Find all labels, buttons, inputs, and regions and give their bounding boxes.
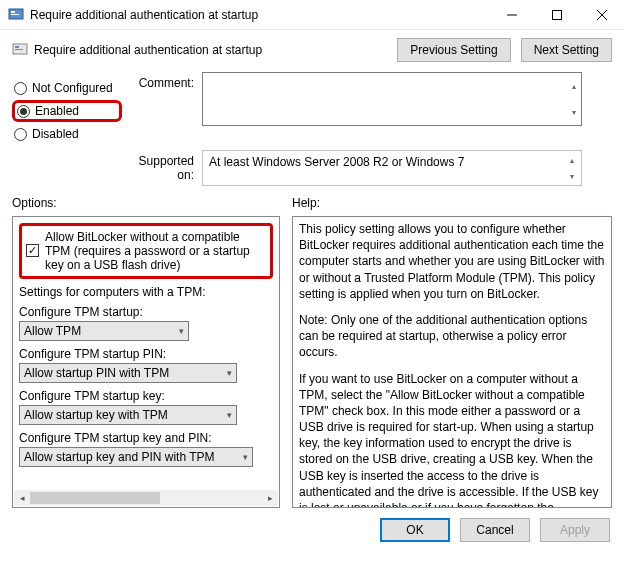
select-value: Allow startup key and PIN with TPM (24, 450, 215, 464)
svg-rect-8 (15, 46, 19, 48)
supported-field: At least Windows Server 2008 R2 or Windo… (202, 150, 582, 186)
scroll-up-icon[interactable]: ▴ (566, 73, 582, 99)
tpm-pin-label: Configure TPM startup PIN: (19, 347, 273, 361)
help-text[interactable]: This policy setting allows you to config… (293, 217, 611, 507)
ok-button[interactable]: OK (380, 518, 450, 542)
help-paragraph: This policy setting allows you to config… (299, 221, 605, 302)
svg-rect-9 (15, 49, 23, 50)
radio-label: Enabled (35, 104, 79, 118)
options-header: Options: (12, 194, 292, 212)
radio-icon (14, 82, 27, 95)
radio-label: Disabled (32, 127, 79, 141)
allow-without-tpm-option[interactable]: Allow BitLocker without a compatible TPM… (19, 223, 273, 279)
svg-rect-4 (552, 10, 561, 19)
apply-button[interactable]: Apply (540, 518, 610, 542)
scroll-thumb[interactable] (30, 492, 160, 504)
scroll-down-icon[interactable]: ▾ (566, 99, 582, 125)
help-header: Help: (292, 194, 320, 212)
radio-enabled[interactable]: Enabled (12, 100, 122, 122)
comment-field[interactable] (202, 72, 582, 126)
tpm-keypin-label: Configure TPM startup key and PIN: (19, 431, 273, 445)
scroll-right-icon[interactable]: ▸ (262, 490, 278, 506)
allow-without-tpm-label: Allow BitLocker without a compatible TPM… (45, 230, 266, 272)
tpm-startup-select[interactable]: Allow TPM ▾ (19, 321, 189, 341)
policy-icon (12, 42, 28, 58)
tpm-key-select[interactable]: Allow startup key with TPM ▾ (19, 405, 237, 425)
chevron-down-icon: ▾ (227, 368, 232, 378)
radio-label: Not Configured (32, 81, 113, 95)
supported-label: Supported on: (122, 150, 202, 182)
comment-label: Comment: (122, 72, 202, 146)
radio-icon (17, 105, 30, 118)
options-panel: Allow BitLocker without a compatible TPM… (12, 216, 280, 508)
cancel-button[interactable]: Cancel (460, 518, 530, 542)
supported-value: At least Windows Server 2008 R2 or Windo… (209, 155, 464, 169)
tpm-startup-label: Configure TPM startup: (19, 305, 273, 319)
help-paragraph: Note: Only one of the additional authent… (299, 312, 605, 361)
chevron-down-icon: ▾ (243, 452, 248, 462)
settings-tpm-heading: Settings for computers with a TPM: (19, 285, 273, 299)
header: Require additional authentication at sta… (0, 30, 624, 66)
window-title: Require additional authentication at sta… (30, 8, 489, 22)
tpm-pin-select[interactable]: Allow startup PIN with TPM ▾ (19, 363, 237, 383)
policy-title: Require additional authentication at sta… (34, 43, 397, 57)
previous-setting-button[interactable]: Previous Setting (397, 38, 510, 62)
scroll-up-icon[interactable]: ▴ (564, 152, 580, 168)
chevron-down-icon: ▾ (227, 410, 232, 420)
tpm-key-label: Configure TPM startup key: (19, 389, 273, 403)
svg-rect-2 (11, 14, 19, 15)
checkbox-icon (26, 244, 39, 257)
minimize-button[interactable] (489, 0, 534, 30)
horizontal-scrollbar[interactable]: ◂ ▸ (14, 490, 278, 506)
scroll-left-icon[interactable]: ◂ (14, 490, 30, 506)
select-value: Allow TPM (24, 324, 81, 338)
close-button[interactable] (579, 0, 624, 30)
help-panel: This policy setting allows you to config… (292, 216, 612, 508)
app-icon (8, 7, 24, 23)
select-value: Allow startup key with TPM (24, 408, 168, 422)
maximize-button[interactable] (534, 0, 579, 30)
footer: OK Cancel Apply (0, 508, 624, 552)
title-bar: Require additional authentication at sta… (0, 0, 624, 30)
scroll-down-icon[interactable]: ▾ (564, 168, 580, 184)
select-value: Allow startup PIN with TPM (24, 366, 169, 380)
chevron-down-icon: ▾ (179, 326, 184, 336)
radio-icon (14, 128, 27, 141)
radio-not-configured[interactable]: Not Configured (12, 80, 122, 96)
radio-disabled[interactable]: Disabled (12, 126, 122, 142)
svg-rect-1 (11, 11, 15, 13)
tpm-keypin-select[interactable]: Allow startup key and PIN with TPM ▾ (19, 447, 253, 467)
help-paragraph: If you want to use BitLocker on a comput… (299, 371, 605, 508)
next-setting-button[interactable]: Next Setting (521, 38, 612, 62)
